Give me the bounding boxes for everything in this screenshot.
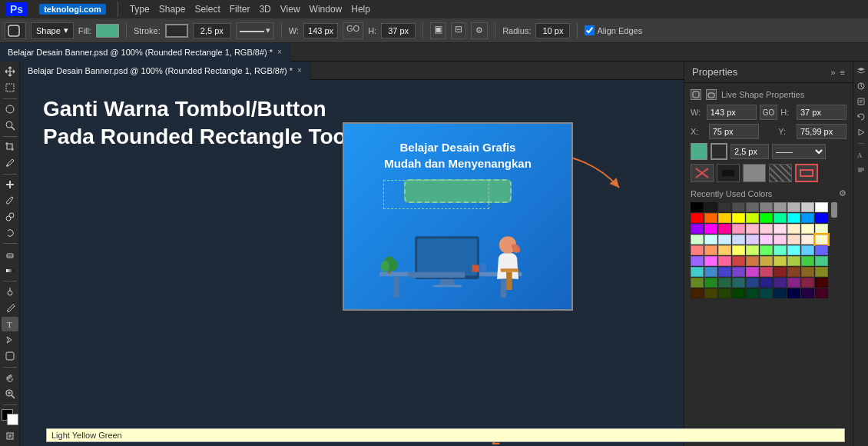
color-cell[interactable] bbox=[815, 278, 828, 288]
color-cell[interactable] bbox=[774, 213, 787, 223]
color-cell[interactable] bbox=[774, 245, 787, 255]
color-cell[interactable] bbox=[704, 202, 717, 212]
stroke-width-input[interactable] bbox=[193, 23, 231, 38]
radius-input[interactable] bbox=[535, 23, 570, 38]
color-cell[interactable] bbox=[732, 288, 745, 298]
color-cell[interactable] bbox=[732, 267, 745, 277]
menu-3d[interactable]: 3D bbox=[259, 4, 270, 15]
color-cell[interactable] bbox=[774, 256, 787, 266]
style-border-icon[interactable] bbox=[795, 164, 818, 182]
color-cell[interactable] bbox=[718, 278, 731, 288]
color-cell[interactable] bbox=[801, 245, 814, 255]
stroke-width-panel-input[interactable] bbox=[731, 144, 769, 159]
color-cell[interactable] bbox=[801, 267, 814, 277]
color-cell[interactable] bbox=[746, 235, 759, 245]
align-edges-checkbox[interactable] bbox=[585, 25, 595, 35]
align-center-icon[interactable]: ⊟ bbox=[451, 22, 466, 39]
quick-select-tool[interactable] bbox=[2, 118, 18, 133]
color-cell[interactable] bbox=[815, 213, 828, 223]
clone-tool[interactable] bbox=[2, 209, 18, 224]
panel-menu-icon[interactable]: ≡ bbox=[840, 68, 845, 77]
zoom-tool[interactable] bbox=[2, 387, 18, 401]
color-cell[interactable] bbox=[760, 235, 773, 245]
color-cell[interactable] bbox=[718, 288, 731, 298]
color-cell[interactable] bbox=[704, 213, 717, 223]
color-cell[interactable] bbox=[704, 267, 717, 277]
color-cell[interactable] bbox=[815, 202, 828, 212]
y-value-input[interactable] bbox=[797, 124, 846, 139]
w-input[interactable] bbox=[303, 23, 338, 38]
color-cell[interactable] bbox=[815, 288, 828, 298]
menu-select[interactable]: Select bbox=[194, 4, 220, 15]
color-scroll[interactable] bbox=[831, 202, 837, 218]
color-cell[interactable] bbox=[760, 245, 773, 255]
go-link-btn[interactable]: GO bbox=[760, 105, 778, 120]
color-cell[interactable] bbox=[760, 202, 773, 212]
color-cell[interactable] bbox=[801, 202, 814, 212]
color-cell[interactable] bbox=[732, 224, 745, 234]
color-cell[interactable] bbox=[746, 213, 759, 223]
color-cell[interactable] bbox=[801, 256, 814, 266]
history-brush-tool[interactable] bbox=[2, 225, 18, 240]
h-input[interactable] bbox=[381, 23, 416, 38]
color-cell[interactable] bbox=[746, 278, 759, 288]
fill-color-swatch[interactable] bbox=[96, 24, 119, 38]
tab-banner[interactable]: Belajar Desain Banner.psd @ 100% (Rounde… bbox=[0, 43, 290, 62]
quick-mask-tool[interactable] bbox=[2, 428, 18, 443]
color-cell[interactable] bbox=[718, 213, 731, 223]
color-cell[interactable] bbox=[732, 245, 745, 255]
eraser-tool[interactable] bbox=[2, 247, 18, 261]
color-cell[interactable] bbox=[718, 235, 731, 245]
color-cell[interactable] bbox=[801, 224, 814, 234]
menu-shape[interactable]: Shape bbox=[159, 4, 186, 15]
color-cell[interactable] bbox=[704, 278, 717, 288]
file-tab[interactable]: Belajar Desain Banner.psd @ 100% (Rounde… bbox=[20, 62, 310, 80]
menu-help[interactable]: Help bbox=[351, 4, 370, 15]
color-cell[interactable] bbox=[760, 213, 773, 223]
paragraph-panel-icon[interactable] bbox=[855, 164, 867, 176]
shape-tool[interactable] bbox=[2, 349, 18, 364]
color-cell[interactable] bbox=[801, 235, 814, 245]
lasso-tool[interactable] bbox=[2, 102, 18, 117]
x-value-input[interactable] bbox=[709, 124, 759, 139]
align-left-icon[interactable]: ▣ bbox=[430, 22, 446, 39]
color-cell[interactable] bbox=[718, 256, 731, 266]
color-cell[interactable] bbox=[760, 256, 773, 266]
colors-settings-icon[interactable]: ⚙ bbox=[839, 188, 846, 198]
color-cell[interactable] bbox=[774, 235, 787, 245]
layers-icon[interactable] bbox=[855, 65, 867, 77]
settings-icon[interactable]: ⚙ bbox=[471, 22, 488, 39]
color-cell[interactable] bbox=[732, 213, 745, 223]
styles-icon[interactable] bbox=[855, 95, 867, 108]
dodge-tool[interactable] bbox=[2, 285, 18, 299]
color-cell[interactable] bbox=[787, 224, 800, 234]
panel-expand-icon[interactable]: » bbox=[830, 68, 835, 77]
color-cell[interactable] bbox=[815, 267, 828, 277]
hand-tool[interactable] bbox=[2, 371, 18, 385]
h-value-input[interactable] bbox=[797, 105, 846, 120]
style-hatch-icon[interactable] bbox=[769, 164, 792, 182]
tool-mode-icon[interactable] bbox=[5, 22, 26, 39]
color-cell[interactable] bbox=[691, 235, 704, 245]
color-cell[interactable] bbox=[774, 288, 787, 298]
menu-type[interactable]: Type bbox=[130, 4, 150, 15]
stroke-color-swatch[interactable] bbox=[165, 24, 188, 38]
char-panel-icon[interactable]: A bbox=[855, 148, 867, 161]
color-cell[interactable] bbox=[746, 288, 759, 298]
align-edges-label[interactable]: Align Edges bbox=[585, 25, 642, 35]
color-cell[interactable] bbox=[704, 288, 717, 298]
color-cell[interactable] bbox=[691, 245, 704, 255]
color-cell[interactable] bbox=[691, 213, 704, 223]
color-cell[interactable] bbox=[815, 235, 828, 245]
color-cell[interactable] bbox=[801, 213, 814, 223]
color-cell[interactable] bbox=[787, 213, 800, 223]
color-cell[interactable] bbox=[718, 202, 731, 212]
color-cell[interactable] bbox=[691, 202, 704, 212]
color-cell[interactable] bbox=[760, 224, 773, 234]
style-solid-icon[interactable] bbox=[717, 164, 740, 182]
eyedropper-tool[interactable] bbox=[2, 156, 18, 171]
color-cell[interactable] bbox=[746, 202, 759, 212]
style-gray-icon[interactable] bbox=[743, 164, 766, 182]
file-tab-close[interactable]: × bbox=[297, 66, 302, 75]
brush-tool[interactable] bbox=[2, 193, 18, 208]
